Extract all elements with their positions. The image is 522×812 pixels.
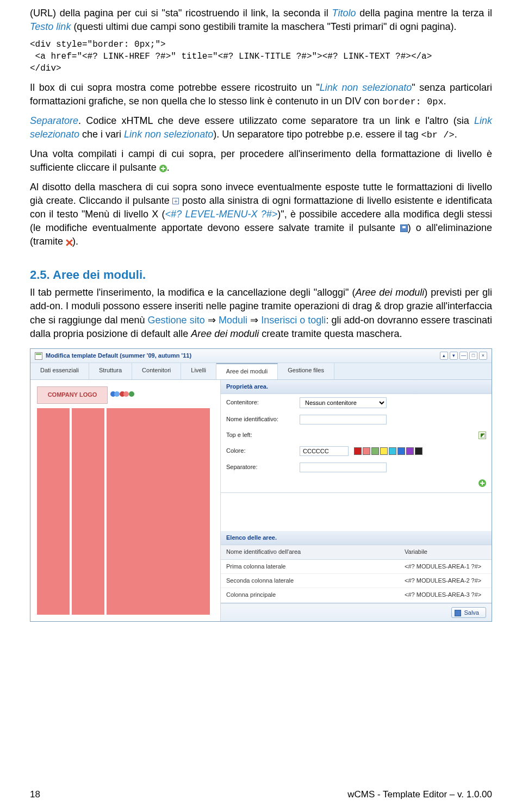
term-separatore: Separatore: [30, 115, 78, 126]
table-row[interactable]: Prima colonna laterale<#? MODULES-AREA-1…: [221, 559, 492, 573]
swatch[interactable]: [371, 447, 379, 455]
close-icon[interactable]: ×: [479, 352, 487, 360]
page-footer: 18 wCMS - Template Editor – v. 1.0.00: [30, 788, 492, 801]
breadcrumb-moduli: Moduli: [219, 315, 247, 326]
swatch[interactable]: [406, 447, 414, 455]
picker-icon[interactable]: ◩: [478, 432, 486, 439]
tab-livelli[interactable]: Livelli: [181, 363, 216, 379]
logo-decorations: [112, 391, 134, 399]
tab-struttura[interactable]: Struttura: [89, 363, 132, 379]
tab-dati-essenziali[interactable]: Dati essenziali: [30, 363, 89, 379]
label-nome: Nome identificativo:: [226, 415, 300, 423]
code-block: <div style="border: 0px;"> <a href="<#? …: [30, 39, 492, 74]
tab-aree-dei-moduli[interactable]: Aree dei moduli: [216, 363, 278, 379]
tab-contenitori[interactable]: Contenitori: [132, 363, 181, 379]
properties-header: Proprietà area.: [221, 380, 492, 394]
swatch[interactable]: [363, 447, 370, 455]
swatch[interactable]: [389, 447, 396, 455]
title-buttons: ▴ ▾ — □ ×: [440, 352, 487, 360]
minimize-icon[interactable]: —: [459, 352, 468, 360]
paragraph-3: Separatore. Codice xHTML che deve essere…: [30, 114, 492, 142]
delete-icon: [66, 239, 72, 246]
col-var: Variabile: [399, 545, 492, 559]
label-colore: Colore:: [226, 447, 300, 455]
areas-table: Nome identificativo dell'area Variabile …: [221, 545, 492, 603]
input-colore[interactable]: [300, 446, 349, 456]
maximize-icon[interactable]: □: [469, 352, 477, 360]
select-contenitore[interactable]: Nessun contenitore: [300, 397, 387, 408]
dialog-window: Modifica template Default (summer '09, a…: [30, 348, 492, 622]
swatch[interactable]: [380, 447, 388, 455]
paragraph-6: Il tab permette l'inserimento, la modifi…: [30, 286, 492, 341]
add-icon: [159, 165, 167, 172]
tabbar: Dati essenzialiStrutturaContenitoriLivel…: [30, 363, 492, 379]
expand-icon: +: [172, 198, 179, 204]
window-titlebar: Modifica template Default (summer '09, a…: [30, 349, 492, 363]
breadcrumb-inserisci: Inserisci o togli: [261, 315, 326, 326]
swatch[interactable]: [397, 447, 405, 455]
paragraph-5: Al disotto della maschera di cui sopra s…: [30, 180, 492, 249]
label-contenitore: Contenitore:: [226, 398, 300, 407]
term-testo-link: Testo link: [30, 21, 71, 32]
form-icon: [35, 352, 42, 360]
column-2: [72, 408, 104, 615]
save-button[interactable]: Salva: [451, 607, 486, 618]
layout-columns: [37, 408, 214, 615]
table-row[interactable]: Seconda colonna laterale<#? MODULES-AREA…: [221, 573, 492, 588]
column-1: [37, 408, 70, 615]
input-nome[interactable]: [300, 415, 387, 424]
areas-list-header: Elenco delle aree.: [221, 531, 492, 545]
label-topleft: Top e left:: [226, 431, 300, 439]
window-title: Modifica template Default (summer '09, a…: [46, 352, 440, 360]
paragraph-4: Una volta compilati i campi di cui sopra…: [30, 147, 492, 174]
section-header: 2.5. Aree dei moduli.: [30, 267, 492, 284]
preview-pane: COMPANY LOGO: [30, 380, 221, 621]
disk-icon: [400, 224, 408, 232]
breadcrumb-gestione: Gestione sito: [148, 315, 205, 326]
term-level-menu: <#? LEVEL-MENU-X ?#>: [165, 209, 278, 220]
doc-title: wCMS - Template Editor – v. 1.0.00: [347, 788, 492, 801]
term-link-non-selezionato: Link non selezionato: [320, 82, 412, 93]
tab-gestione-files[interactable]: Gestione files: [278, 363, 334, 379]
col-name: Nome identificativo dell'area: [221, 545, 399, 559]
input-separatore[interactable]: [300, 463, 387, 472]
paragraph-1: (URL) della pagina per cui si "sta" rico…: [30, 7, 492, 34]
term-titolo: Titolo: [332, 8, 356, 18]
table-row[interactable]: Colonna principale<#? MODULES-AREA-3 ?#>: [221, 588, 492, 602]
swatch[interactable]: [354, 447, 362, 455]
company-logo: COMPANY LOGO: [37, 386, 108, 404]
color-swatches: [354, 447, 422, 455]
disk-icon: [455, 610, 461, 616]
paragraph-2: Il box di cui sopra mostra come potrebbe…: [30, 81, 492, 109]
collapse-down-icon[interactable]: ▾: [450, 352, 458, 360]
swatch[interactable]: [415, 447, 422, 455]
label-separatore2: Separatore:: [226, 463, 300, 471]
add-area-button[interactable]: [478, 479, 486, 487]
column-3: [107, 408, 210, 615]
page-number: 18: [30, 788, 40, 801]
collapse-up-icon[interactable]: ▴: [440, 352, 448, 360]
